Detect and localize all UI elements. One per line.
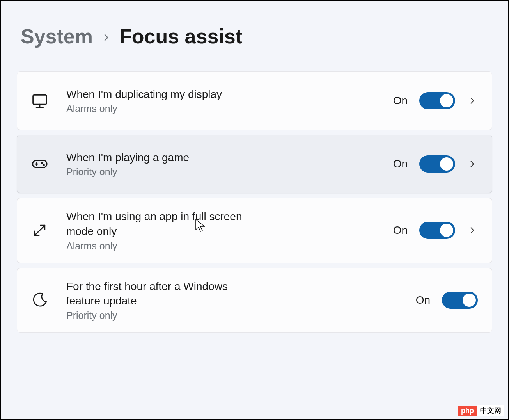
rule-controls: On	[416, 292, 478, 309]
chevron-right-icon	[101, 31, 111, 45]
page-title: Focus assist	[119, 25, 242, 48]
rule-playing-game[interactable]: When I'm playing a game Priority only On	[17, 135, 492, 193]
expand-chevron-icon[interactable]	[467, 224, 478, 237]
rule-title: When I'm duplicating my display	[66, 87, 254, 102]
rule-text: For the first hour after a Windows featu…	[66, 279, 254, 322]
rule-toggle[interactable]	[419, 92, 455, 109]
toggle-state-label: On	[416, 294, 430, 306]
monitor-icon	[29, 90, 51, 112]
rule-subtitle: Priority only	[66, 310, 254, 321]
breadcrumb-parent-link[interactable]: System	[21, 25, 93, 48]
svg-point-7	[43, 164, 44, 166]
expand-chevron-icon[interactable]	[467, 158, 478, 170]
rule-toggle[interactable]	[419, 222, 455, 239]
rule-title: For the first hour after a Windows featu…	[66, 279, 254, 309]
rule-duplicating-display[interactable]: When I'm duplicating my display Alarms o…	[17, 71, 492, 130]
toggle-state-label: On	[393, 158, 408, 170]
automatic-rules-list: When I'm duplicating my display Alarms o…	[17, 71, 492, 333]
rule-after-update[interactable]: For the first hour after a Windows featu…	[17, 268, 492, 333]
breadcrumb: System Focus assist	[21, 25, 492, 48]
rule-text: When I'm using an app in full screen mod…	[66, 209, 254, 252]
watermark: php 中文网	[458, 405, 504, 416]
toggle-state-label: On	[393, 224, 408, 237]
rule-controls: On	[393, 222, 478, 239]
gamepad-icon	[29, 153, 51, 175]
rule-controls: On	[393, 155, 478, 173]
rule-fullscreen-app[interactable]: When I'm using an app in full screen mod…	[17, 198, 492, 263]
fullscreen-icon	[29, 219, 51, 241]
moon-icon	[29, 289, 51, 311]
svg-line-8	[35, 225, 45, 235]
rule-subtitle: Priority only	[66, 166, 254, 178]
watermark-right: 中文网	[477, 405, 504, 416]
rule-title: When I'm playing a game	[66, 150, 254, 165]
expand-chevron-icon[interactable]	[467, 94, 478, 107]
toggle-state-label: On	[393, 94, 408, 107]
rule-toggle[interactable]	[442, 292, 478, 309]
svg-rect-0	[33, 95, 47, 104]
rule-title: When I'm using an app in full screen mod…	[66, 209, 254, 239]
svg-point-6	[42, 162, 43, 164]
rule-subtitle: Alarms only	[66, 103, 254, 114]
rule-subtitle: Alarms only	[66, 240, 254, 252]
rule-toggle[interactable]	[419, 155, 455, 173]
watermark-left: php	[458, 406, 477, 416]
rule-text: When I'm playing a game Priority only	[66, 150, 254, 178]
rule-text: When I'm duplicating my display Alarms o…	[66, 87, 254, 115]
svg-rect-3	[33, 160, 47, 167]
rule-controls: On	[393, 92, 478, 109]
